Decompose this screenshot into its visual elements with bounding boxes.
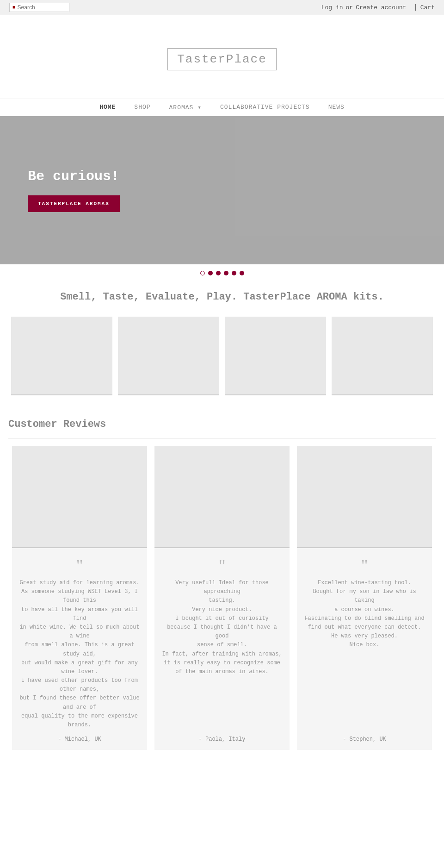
- main-nav: HOME SHOP AROMAS ▾ COLLABORATIVE PROJECT…: [0, 99, 444, 116]
- top-bar-right: Log in or Create account | Cart: [321, 4, 435, 11]
- reviews-title: Customer Reviews: [8, 418, 436, 430]
- login-link[interactable]: Log in: [321, 4, 343, 11]
- product-image-4: [332, 317, 433, 395]
- cart-divider: |: [413, 4, 417, 11]
- product-image-3: [225, 317, 326, 395]
- nav-news[interactable]: NEWS: [328, 104, 345, 111]
- review-item-2: " Very usefull Ideal for those approachi…: [151, 443, 293, 753]
- logo-area: TasterPlace: [0, 15, 444, 99]
- review-image-1: [12, 446, 147, 548]
- reviews-section: Customer Reviews " Great study aid for l…: [0, 405, 444, 762]
- create-account-link[interactable]: Create account: [356, 4, 406, 11]
- review-image-3: [297, 446, 432, 548]
- review-text-2: Very usefull Ideal for those approaching…: [162, 579, 282, 730]
- carousel-dots: [0, 264, 444, 282]
- product-image-1: [11, 317, 112, 395]
- tagline: Smell, Taste, Evaluate, Play. TasterPlac…: [0, 282, 444, 307]
- review-item-1: " Great study aid for learning aromas. A…: [8, 443, 151, 753]
- nav-aromas[interactable]: AROMAS ▾: [169, 104, 202, 111]
- review-item-3: " Excellent wine-tasting tool. Bought fo…: [293, 443, 436, 753]
- nav-home[interactable]: HOME: [99, 104, 116, 111]
- carousel-dot-6[interactable]: [240, 271, 244, 275]
- review-card-1: " Great study aid for learning aromas. A…: [12, 548, 147, 750]
- nav-shop[interactable]: SHOP: [134, 104, 150, 111]
- carousel-dot-5[interactable]: [232, 271, 236, 275]
- product-item-1[interactable]: [8, 312, 115, 400]
- product-item-2[interactable]: [115, 312, 222, 400]
- reviews-divider: [8, 438, 436, 439]
- search-icon: ■: [12, 5, 16, 10]
- review-card-2: " Very usefull Ideal for those approachi…: [154, 548, 290, 750]
- product-item-3[interactable]: [222, 312, 329, 400]
- product-grid: [0, 307, 444, 405]
- reviewer-3: - Stephen, UK: [343, 736, 386, 743]
- or-label: or: [346, 4, 353, 11]
- reviewer-2: - Paola, Italy: [199, 736, 246, 743]
- quote-mark-3: ": [361, 557, 368, 574]
- review-text-3: Excellent wine-tasting tool. Bought for …: [304, 579, 425, 730]
- quote-mark-1: ": [76, 557, 83, 574]
- site-logo[interactable]: TasterPlace: [167, 48, 277, 70]
- hero-title: Be curious!: [28, 169, 120, 184]
- carousel-dot-2[interactable]: [208, 271, 213, 275]
- hero-banner: Be curious! TASTERPLACE AROMAS: [0, 116, 444, 264]
- search-input[interactable]: [18, 4, 64, 11]
- hero-content: Be curious! TASTERPLACE AROMAS: [28, 169, 120, 212]
- cart-link[interactable]: Cart: [420, 4, 435, 11]
- review-card-3: " Excellent wine-tasting tool. Bought fo…: [297, 548, 432, 750]
- reviews-grid: " Great study aid for learning aromas. A…: [8, 443, 436, 753]
- carousel-dot-4[interactable]: [224, 271, 228, 275]
- carousel-dot-1[interactable]: [200, 271, 205, 275]
- top-bar: ■ Log in or Create account | Cart: [0, 0, 444, 15]
- search-form[interactable]: ■: [9, 3, 69, 12]
- nav-collaborative[interactable]: COLLABORATIVE PROJECTS: [220, 104, 310, 111]
- product-item-4[interactable]: [329, 312, 436, 400]
- carousel-dot-3[interactable]: [216, 271, 221, 275]
- hero-cta-button[interactable]: TASTERPLACE AROMAS: [28, 195, 120, 212]
- reviewer-1: - Michael, UK: [58, 736, 101, 743]
- quote-mark-2: ": [219, 557, 226, 574]
- review-image-2: [154, 446, 290, 548]
- product-image-2: [118, 317, 219, 395]
- review-text-1: Great study aid for learning aromas. As …: [19, 579, 140, 730]
